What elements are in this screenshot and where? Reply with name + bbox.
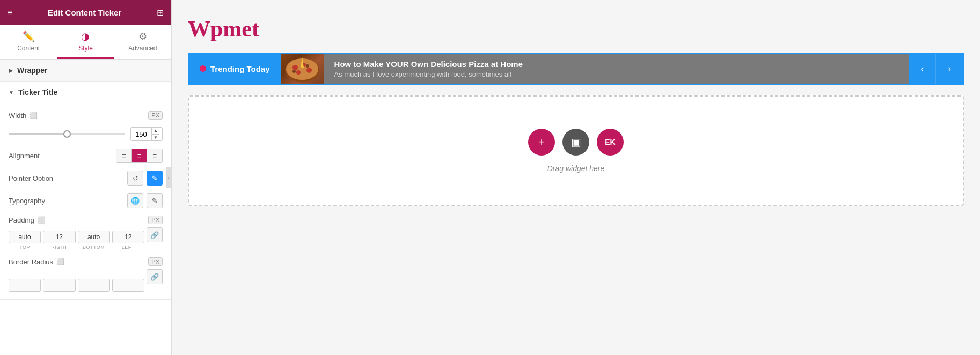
advanced-tab-label: Advanced (128, 45, 157, 52)
alignment-label: Alignment (9, 152, 40, 160)
align-center-btn[interactable]: ≡ (132, 149, 148, 162)
border-radius-row: Border Radius ⬜ PX (9, 257, 163, 266)
typography-buttons: 🌐 ✎ (127, 193, 163, 208)
resize-handle[interactable]: ‹ (166, 167, 171, 188)
padding-link-btn[interactable]: 🔗 (147, 227, 163, 242)
width-slider-row: ▲ ▼ (9, 127, 163, 141)
svg-point-5 (296, 70, 301, 75)
padding-bottom-input[interactable] (78, 231, 110, 243)
grid-icon[interactable]: ⊞ (157, 8, 164, 18)
sidebar: ≡ Edit Content Ticker ⊞ ✏️ Content ◑ Sty… (0, 0, 172, 355)
br-top-group (9, 279, 41, 292)
wrapper-label: Wrapper (17, 66, 48, 75)
br-right-input[interactable] (43, 279, 75, 292)
pointer-option-row: Pointer Option ↺ ✎ (9, 171, 163, 186)
drop-zone: + ▣ EK Drag widget here (188, 95, 964, 206)
padding-left-group: LEFT (112, 231, 144, 250)
padding-top-input[interactable] (9, 231, 41, 243)
width-slider-fill (9, 133, 67, 135)
svg-point-4 (306, 68, 312, 73)
pizza-svg (283, 54, 321, 84)
br-link-btn[interactable]: 🔗 (147, 269, 163, 284)
ticker-label: Trending Today (189, 54, 281, 84)
ticker-label-text: Trending Today (210, 64, 270, 73)
wpmet-title: Wpmet (188, 16, 964, 42)
width-slider-track[interactable] (9, 133, 125, 135)
padding-top-label: TOP (19, 245, 30, 250)
alignment-row: Alignment ≡ ≡ ≡ (9, 149, 163, 163)
padding-left-input[interactable] (112, 231, 144, 243)
wrapper-section: ▶ Wrapper (0, 60, 171, 82)
width-input-field[interactable] (131, 129, 151, 140)
add-widget-btn[interactable]: + (528, 129, 555, 156)
padding-responsive-icon: ⬜ (38, 216, 46, 224)
style-tab-label: Style (78, 45, 93, 52)
alignment-buttons: ≡ ≡ ≡ (116, 149, 163, 163)
width-responsive-icon: ⬜ (30, 112, 38, 119)
pointer-option-buttons: ↺ ✎ (127, 171, 163, 186)
ticker-title-section: ▼ Ticker Title Width ⬜ PX (0, 82, 171, 300)
svg-point-8 (306, 64, 309, 68)
ticker-live-dot (200, 65, 206, 72)
br-right-group (43, 279, 75, 292)
width-increment[interactable]: ▲ (152, 128, 159, 135)
ek-btn[interactable]: EK (597, 129, 624, 156)
padding-left-label: LEFT (122, 245, 135, 250)
advanced-tab-icon: ⚙ (138, 31, 147, 42)
typography-edit-btn[interactable]: ✎ (147, 193, 163, 208)
sidebar-header: ≡ Edit Content Ticker ⊞ (0, 0, 171, 25)
br-top-input[interactable] (9, 279, 41, 292)
padding-inputs: TOP RIGHT BOTTOM LEFT 🔗 (9, 227, 163, 250)
menu-icon[interactable]: ≡ (8, 8, 12, 18)
width-label: Width ⬜ (9, 112, 38, 120)
padding-right-input[interactable] (43, 231, 75, 243)
tab-advanced[interactable]: ⚙ Advanced (114, 25, 171, 59)
ticker-title-header[interactable]: ▼ Ticker Title (0, 82, 171, 103)
pointer-reset-btn[interactable]: ↺ (127, 171, 143, 186)
width-spinner: ▲ ▼ (151, 128, 159, 140)
sidebar-tabs: ✏️ Content ◑ Style ⚙ Advanced (0, 25, 171, 60)
svg-point-2 (292, 65, 298, 70)
wrapper-arrow-icon: ▶ (9, 68, 13, 73)
content-tab-label: Content (17, 45, 40, 52)
ticker-next-btn[interactable]: › (936, 54, 963, 84)
wrapper-section-header[interactable]: ▶ Wrapper (0, 60, 171, 81)
pointer-edit-btn[interactable]: ✎ (147, 171, 163, 186)
width-unit-badge[interactable]: PX (148, 111, 163, 120)
br-bottom-group (78, 279, 110, 292)
pointer-option-label: Pointer Option (9, 174, 53, 182)
ticker-subtext: As much as I love experimenting with foo… (334, 70, 898, 78)
border-radius-label: Border Radius ⬜ (9, 258, 64, 266)
ticker-title-label: Ticker Title (18, 88, 57, 97)
align-right-btn[interactable]: ≡ (147, 149, 162, 162)
ticker-prev-btn[interactable]: ‹ (909, 54, 936, 84)
width-slider-thumb[interactable] (63, 130, 71, 138)
ticker-bar: Trending Today How to Make YOUR Own Deli… (188, 53, 964, 85)
padding-bottom-label: BOTTOM (83, 245, 105, 250)
content-tab-icon: ✏️ (23, 31, 34, 42)
width-row: Width ⬜ PX (9, 111, 163, 120)
typography-row: Typography 🌐 ✎ (9, 193, 163, 208)
ticker-headline: How to Make YOUR Own Delicious Pizza at … (334, 60, 898, 69)
padding-row: Padding ⬜ PX (9, 216, 163, 224)
width-number-input[interactable]: ▲ ▼ (130, 127, 163, 141)
typography-global-btn[interactable]: 🌐 (127, 193, 143, 208)
border-radius-responsive-icon: ⬜ (56, 258, 64, 265)
sidebar-title: Edit Content Ticker (48, 8, 121, 17)
typography-label: Typography (9, 197, 45, 205)
drop-zone-text: Drag widget here (547, 164, 605, 173)
br-left-input[interactable] (112, 279, 144, 292)
folder-btn[interactable]: ▣ (562, 129, 589, 156)
align-left-btn[interactable]: ≡ (116, 149, 132, 162)
padding-unit-badge[interactable]: PX (148, 216, 163, 224)
pizza-thumbnail (281, 54, 324, 84)
tab-content[interactable]: ✏️ Content (0, 25, 57, 59)
tab-style[interactable]: ◑ Style (57, 25, 114, 59)
width-decrement[interactable]: ▼ (152, 135, 159, 141)
style-tab-icon: ◑ (81, 31, 90, 42)
br-left-group (112, 279, 144, 292)
svg-point-7 (292, 70, 296, 73)
padding-right-label: RIGHT (51, 245, 68, 250)
br-bottom-input[interactable] (78, 279, 110, 292)
border-radius-unit-badge[interactable]: PX (148, 257, 163, 266)
